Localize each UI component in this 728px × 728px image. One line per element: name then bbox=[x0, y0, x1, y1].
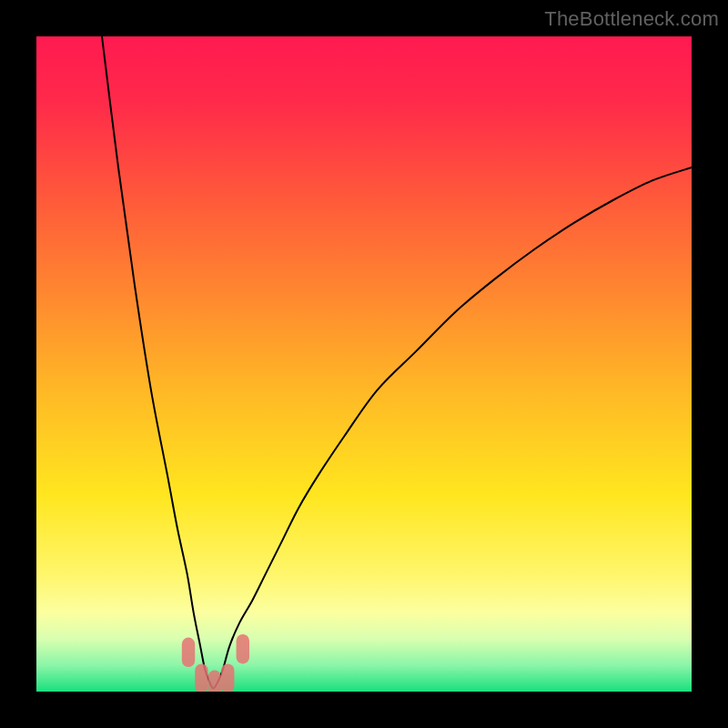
highlight-marker bbox=[182, 638, 195, 667]
highlight-marker bbox=[237, 634, 249, 663]
highlight-marker bbox=[208, 671, 221, 692]
gradient-background bbox=[36, 36, 692, 692]
watermark-text: TheBottleneck.com bbox=[544, 7, 719, 31]
highlight-marker bbox=[221, 663, 234, 692]
chart-svg bbox=[36, 36, 692, 692]
chart-frame: TheBottleneck.com bbox=[0, 0, 728, 728]
highlight-marker bbox=[195, 663, 207, 692]
